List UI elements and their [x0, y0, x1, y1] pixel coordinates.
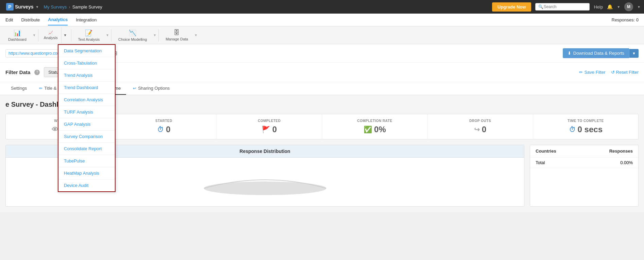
save-filter-button[interactable]: ✏ Save Filter	[579, 70, 605, 75]
started-icon: ⏱	[157, 126, 164, 134]
svg-point-0	[204, 181, 326, 195]
stat-completed-label: COMPLETED	[258, 119, 281, 123]
toolbar-manage-data-btn[interactable]: 🗄 Manage Data	[161, 28, 193, 43]
nav-item-integration[interactable]: Integration	[76, 15, 97, 25]
reset-filter-button[interactable]: ↺ Reset Filter	[611, 70, 639, 75]
viewed-icon: 👁	[52, 126, 58, 134]
p-logo-icon: P	[6, 3, 14, 11]
dashboard-dropdown-arrow[interactable]: ▼	[33, 33, 36, 37]
analysis-dropdown-arrow[interactable]: ▼	[61, 28, 69, 43]
completed-icon: 🚩	[262, 125, 270, 134]
title-logo-edit-icon: ✏	[39, 86, 42, 91]
stat-time-label: TIME TO COMPLETE	[568, 119, 604, 123]
upgrade-now-button[interactable]: Upgrade Now	[492, 2, 532, 12]
top-bar-right: Upgrade Now 🔍 Help 🔔 ▼ M ▼	[492, 2, 641, 12]
nav-item-analytics[interactable]: Analytics	[48, 14, 68, 25]
stat-completed-value: 🚩 0	[262, 125, 277, 134]
reset-filter-label: Reset Filter	[616, 70, 639, 75]
text-analysis-dropdown-arrow[interactable]: ▼	[106, 33, 109, 37]
dropdown-item-consolidate-report[interactable]: Consolidate Report	[58, 143, 115, 155]
analysis-dropdown-menu: Data Segmentation Cross-Tabulation Trend…	[58, 44, 116, 192]
dropdown-item-cross-tabulation[interactable]: Cross-Tabulation	[58, 57, 115, 69]
user-dropdown-arrow[interactable]: ▼	[637, 5, 641, 9]
tab-sharing-options[interactable]: ↩ Sharing Options	[127, 82, 175, 95]
stat-dropouts-label: DROP OUTS	[469, 119, 491, 123]
breadcrumb: My Surveys › Sample Survey	[43, 4, 102, 10]
tab-settings[interactable]: Settings	[5, 82, 32, 95]
stat-dropouts-value: ↪ 0	[474, 125, 486, 134]
dropdown-item-gap-analysis[interactable]: GAP Analysis	[58, 118, 115, 131]
dropdown-item-turf-analysis[interactable]: TURF Analysis	[58, 106, 115, 118]
stat-completion-rate: COMPLETION RATE ✅ 0%	[322, 114, 428, 139]
search-box[interactable]: 🔍	[535, 3, 590, 11]
save-filter-label: Save Filter	[584, 70, 605, 75]
toolbar-text-analysis-btn[interactable]: 📝 Text Analysis	[73, 28, 105, 43]
toolbar-separator-2	[71, 29, 71, 41]
second-nav-bar: Edit Distribute Analytics Integration Re…	[0, 14, 644, 27]
save-filter-icon: ✏	[579, 70, 583, 75]
toolbar-choice-modelling-btn[interactable]: 📉 Choice Modelling	[114, 28, 152, 43]
stat-time-value: ⏱ 0 secs	[569, 125, 603, 134]
download-btn-group: ⬇ Download Data & Reports ▼	[563, 48, 639, 58]
choice-modelling-dropdown-arrow[interactable]: ▼	[153, 33, 157, 37]
reset-filter-icon: ↺	[611, 70, 615, 75]
countries-card: Countries Responses Total 0.00%	[530, 145, 639, 207]
nav-item-edit[interactable]: Edit	[5, 15, 13, 25]
completion-rate-number: 0%	[374, 125, 386, 134]
dropdown-item-trend-analysis[interactable]: Trend Analysis	[58, 69, 115, 82]
toolbar-separator-1	[38, 29, 38, 41]
dropdown-item-device-audit[interactable]: Device Audit	[58, 179, 115, 191]
dropdown-item-survey-comparison[interactable]: Survey Comparison	[58, 131, 115, 143]
toolbar-analysis-btn[interactable]: 📈 Analysis	[40, 28, 61, 43]
search-input[interactable]	[543, 4, 588, 9]
completed-number: 0	[272, 125, 277, 134]
toolbar-separator-4	[158, 29, 159, 41]
surveys-dropdown-arrow[interactable]: ▼	[35, 5, 39, 9]
sharing-options-tab-label: Sharing Options	[138, 86, 170, 91]
dropdown-item-trend-dashboard[interactable]: Trend Dashboard	[58, 82, 115, 94]
analysis-label: Analysis	[44, 36, 58, 40]
dropdown-item-heatmap-analysis[interactable]: HeatMap Analysis	[58, 167, 115, 179]
search-icon: 🔍	[538, 4, 543, 9]
breadcrumb-separator: ›	[69, 4, 70, 10]
toolbar-dashboard-btn[interactable]: 📊 Dashboard	[3, 28, 31, 43]
manage-data-dropdown-arrow[interactable]: ▼	[194, 33, 197, 37]
dropdown-item-tubepulse[interactable]: TubePulse	[58, 155, 115, 167]
dropdown-item-data-segmentation[interactable]: Data Segmentation	[58, 45, 115, 57]
filter-data-label: Filter Data	[5, 69, 30, 75]
responses-col-header: Responses	[606, 149, 633, 154]
filter-actions: ✏ Save Filter ↺ Reset Filter	[579, 70, 639, 75]
dashboard-label: Dashboard	[8, 37, 27, 41]
toolbar-analysis-group: 📈 Analysis ▼	[40, 28, 69, 43]
country-total-value: 0.00%	[606, 160, 633, 165]
time-icon: ⏱	[569, 126, 576, 134]
help-link[interactable]: Help	[594, 4, 603, 10]
surveys-logo-text: Surveys	[15, 4, 33, 10]
choice-modelling-label: Choice Modelling	[118, 37, 147, 41]
breadcrumb-current: Sample Survey	[72, 4, 102, 10]
response-dist-chart	[197, 168, 333, 195]
text-analysis-icon: 📝	[85, 29, 92, 37]
settings-tab-label: Settings	[11, 86, 27, 91]
stat-started: STARTED ⏱ 0	[111, 114, 216, 139]
stat-time: TIME TO COMPLETE ⏱ 0 secs	[533, 114, 638, 139]
surveys-logo[interactable]: P Surveys ▼	[3, 2, 41, 12]
nav-item-distribute[interactable]: Distribute	[21, 15, 40, 25]
download-dropdown-arrow-button[interactable]: ▼	[629, 49, 639, 58]
bell-dropdown-arrow[interactable]: ▼	[617, 5, 620, 9]
dropouts-icon: ↪	[474, 125, 480, 134]
download-label: Download Data & Reports	[573, 51, 624, 56]
stat-started-value: ⏱ 0	[157, 125, 170, 134]
download-data-reports-button[interactable]: ⬇ Download Data & Reports	[563, 48, 629, 58]
top-bar: P Surveys ▼ My Surveys › Sample Survey U…	[0, 0, 644, 14]
manage-data-icon: 🗄	[174, 29, 180, 36]
dropdown-item-correlation-analysis[interactable]: Correlation Analysis	[58, 94, 115, 106]
analysis-icon: 📈	[48, 31, 53, 35]
breadcrumb-home[interactable]: My Surveys	[43, 4, 67, 10]
stat-dropouts: DROP OUTS ↪ 0	[428, 114, 533, 139]
filter-help-icon[interactable]: ?	[34, 70, 40, 75]
notifications-bell-icon[interactable]: 🔔	[607, 4, 613, 10]
user-avatar[interactable]: M	[624, 2, 633, 11]
manage-data-label: Manage Data	[166, 37, 188, 41]
countries-header: Countries Responses	[530, 145, 638, 157]
